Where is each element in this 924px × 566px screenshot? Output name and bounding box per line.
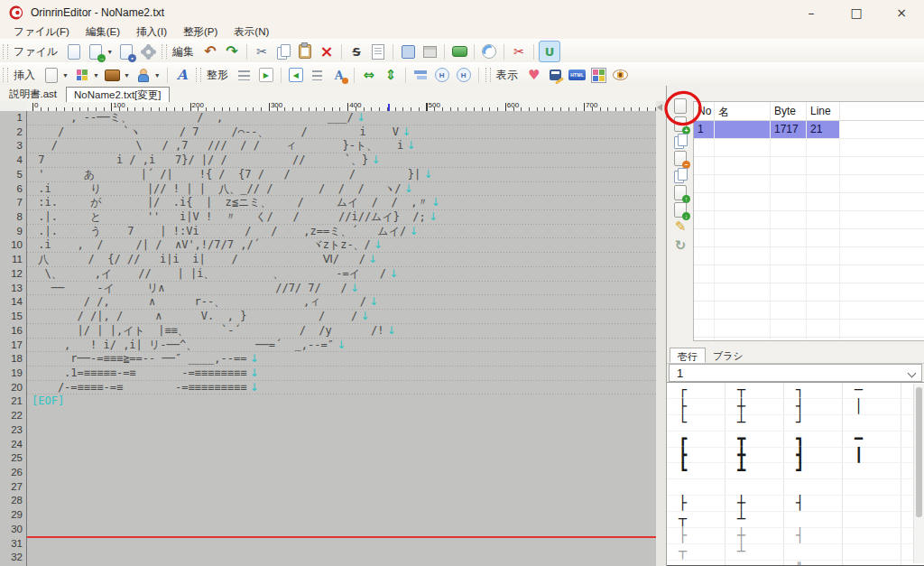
- dropdown-arrow-icon[interactable]: ▼: [93, 72, 99, 79]
- palette-scrollbar[interactable]: [913, 384, 924, 563]
- palette-cell[interactable]: ┴: [725, 415, 784, 431]
- play-box-button[interactable]: ▶: [256, 65, 276, 85]
- menu-item-0[interactable]: ファイル(F): [5, 25, 78, 39]
- column-header-byte[interactable]: Byte: [771, 102, 807, 120]
- font-badge-button[interactable]: A: [329, 65, 349, 85]
- palette-cell[interactable]: ─: [725, 561, 784, 566]
- column-header-no[interactable]: No: [694, 102, 715, 120]
- blue-bars-button[interactable]: [411, 65, 430, 85]
- palette-cell[interactable]: ┫: [784, 448, 843, 463]
- menu-item-4[interactable]: 表示(N): [226, 25, 277, 39]
- strikethrough-button[interactable]: S: [346, 42, 366, 61]
- table-row-empty[interactable]: [694, 302, 924, 320]
- doc-blank-button[interactable]: [671, 97, 689, 114]
- memo-button[interactable]: [368, 42, 388, 61]
- editor-text-area[interactable]: , -‐──ミ、 / , ___/↓ / `ヽ / 7 /⌒‐-、 / i V↓…: [27, 111, 656, 566]
- palette-cell[interactable]: ─: [843, 383, 901, 398]
- doc-delete-button[interactable]: −: [671, 150, 689, 166]
- align-lines-button[interactable]: [235, 65, 254, 85]
- menu-item-2[interactable]: 挿入(I): [128, 25, 175, 39]
- doc-add-button[interactable]: +: [671, 116, 689, 132]
- h-circle-2-button[interactable]: H: [454, 65, 474, 85]
- v-arrows-button[interactable]: ⇕: [381, 65, 401, 85]
- palette-cell[interactable]: ┴: [725, 544, 784, 560]
- redo-button[interactable]: ↷: [222, 42, 242, 61]
- refresh-button[interactable]: ↻: [671, 237, 689, 254]
- palette-cell[interactable]: [784, 479, 843, 495]
- palette-cell[interactable]: ┻: [725, 463, 784, 478]
- palette-cell[interactable]: ┬: [725, 383, 784, 398]
- box-arrow-button[interactable]: ◀: [286, 65, 306, 85]
- side-tab-1[interactable]: ブラシ: [706, 348, 751, 363]
- undo-button[interactable]: ↶: [200, 42, 220, 61]
- dropdown-arrow-icon[interactable]: ▼: [154, 72, 161, 79]
- palette-cell[interactable]: ┣: [667, 448, 725, 463]
- menu-item-3[interactable]: 整形(P): [175, 25, 226, 39]
- palette-cell[interactable]: ┤: [784, 399, 843, 414]
- palette-cell[interactable]: ┴: [725, 512, 784, 527]
- palette-cell[interactable]: ├: [667, 528, 725, 543]
- palette-cell[interactable]: ╋: [725, 448, 784, 463]
- table-row-empty[interactable]: [694, 175, 924, 193]
- palette-cell[interactable]: [725, 479, 784, 495]
- maximize-button[interactable]: □: [834, 0, 879, 25]
- new-file-button[interactable]: [64, 42, 84, 61]
- palette-cell[interactable]: ├: [667, 399, 725, 414]
- uturn-button[interactable]: U: [539, 41, 560, 62]
- doc-down-button[interactable]: ↓: [671, 201, 689, 218]
- settings-button[interactable]: [138, 42, 158, 61]
- doc-tab-0[interactable]: 説明書.ast: [2, 88, 64, 101]
- cut-button[interactable]: ✂: [252, 42, 272, 61]
- blank-page-button[interactable]: [42, 65, 61, 85]
- column-header-line[interactable]: Line: [807, 102, 840, 120]
- pencil-button[interactable]: ✎: [671, 218, 689, 235]
- browser-button[interactable]: [479, 42, 499, 61]
- palette-cell[interactable]: └: [667, 415, 725, 431]
- palette-scrollbar-thumb[interactable]: [916, 387, 922, 517]
- palette-cell[interactable]: ┗: [667, 463, 725, 478]
- palette-cell[interactable]: ┬: [667, 544, 725, 560]
- eye-button[interactable]: [611, 65, 631, 85]
- doc-up-button[interactable]: ↑: [671, 184, 689, 200]
- red-scissors-button[interactable]: ✂: [509, 42, 529, 61]
- heart-button[interactable]: ♥: [524, 65, 544, 85]
- palette-cell[interactable]: ∥: [784, 561, 843, 566]
- palette-cell[interactable]: ┌: [667, 383, 725, 398]
- palette-cell[interactable]: ━: [843, 431, 901, 447]
- table-row-empty[interactable]: [694, 320, 924, 338]
- palette-cell[interactable]: [784, 544, 843, 560]
- palette-cell[interactable]: [843, 479, 901, 495]
- palette-cell[interactable]: [843, 463, 901, 478]
- menu-item-1[interactable]: 編集(E): [78, 25, 128, 39]
- h-arrows-button[interactable]: ⇔: [359, 65, 379, 85]
- color-grid-button[interactable]: [72, 65, 92, 85]
- doc-tab-1[interactable]: NoName2.txt[変更]: [66, 87, 170, 102]
- palette-cell[interactable]: │: [843, 399, 901, 414]
- palette-cell[interactable]: [843, 561, 901, 566]
- table-row-empty[interactable]: [694, 211, 924, 229]
- table-row[interactable]: 1171721: [694, 121, 924, 139]
- editor-scroll-strip[interactable]: [656, 101, 666, 566]
- table-row-empty[interactable]: [694, 247, 924, 265]
- green-capsule-button[interactable]: [449, 42, 469, 61]
- delete-button[interactable]: ×: [317, 42, 337, 61]
- palette-cell[interactable]: [667, 479, 725, 495]
- save-file-button[interactable]: ▪: [116, 42, 136, 61]
- table-row-empty[interactable]: [694, 229, 924, 247]
- palette-cell[interactable]: [667, 561, 725, 566]
- table-row-empty[interactable]: [694, 157, 924, 175]
- column-header-名[interactable]: 名: [715, 102, 771, 120]
- table-row-empty[interactable]: [694, 139, 924, 157]
- dropdown-arrow-icon[interactable]: ▼: [124, 72, 130, 79]
- palette-cell[interactable]: ┏: [667, 431, 725, 447]
- palette-cell[interactable]: ┤: [784, 496, 843, 511]
- palette-cell[interactable]: ┛: [784, 463, 843, 478]
- side-tab-0[interactable]: 壱行: [670, 348, 706, 363]
- row-select-dropdown[interactable]: 1: [669, 364, 922, 382]
- table-row-empty[interactable]: [694, 193, 924, 211]
- palette-cell[interactable]: [784, 512, 843, 527]
- palette-cell[interactable]: ┃: [843, 448, 901, 463]
- minimize-button[interactable]: –: [789, 0, 834, 25]
- person-button[interactable]: [134, 65, 153, 85]
- table-row-empty[interactable]: [694, 283, 924, 302]
